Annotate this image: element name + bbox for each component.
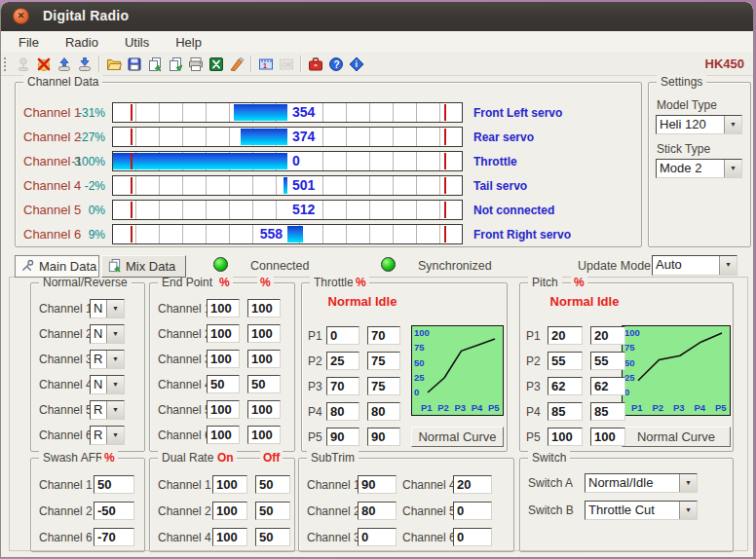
value-input[interactable]: [207, 324, 240, 343]
value-input[interactable]: [367, 377, 400, 395]
svg-text:50: 50: [624, 357, 635, 368]
value-input[interactable]: [367, 326, 400, 345]
value-input[interactable]: [207, 375, 240, 393]
disconnect-icon[interactable]: [33, 55, 54, 74]
value-input[interactable]: [453, 475, 492, 494]
menu-item-file[interactable]: File: [19, 35, 39, 50]
value-input[interactable]: [326, 377, 359, 395]
value-input[interactable]: [212, 502, 247, 520]
chevron-down-icon[interactable]: ▼: [719, 256, 737, 275]
chevron-down-icon[interactable]: ▼: [106, 401, 124, 419]
value-input[interactable]: [358, 475, 397, 494]
help-icon[interactable]: ?: [325, 55, 346, 74]
row-select[interactable]: R▼: [90, 350, 125, 369]
row-select[interactable]: N▼: [90, 324, 125, 344]
value-input[interactable]: [247, 299, 281, 317]
value-input[interactable]: [548, 377, 583, 395]
open-icon[interactable]: [103, 55, 124, 74]
value-input[interactable]: [247, 400, 281, 419]
value-input[interactable]: [207, 350, 240, 368]
value-input[interactable]: [367, 352, 400, 370]
throttle-normal-curve-button[interactable]: Normal Curve: [411, 427, 504, 447]
model-type-select[interactable]: Heli 120▼: [656, 115, 742, 134]
value-input[interactable]: [548, 352, 583, 370]
value-input[interactable]: [247, 350, 281, 368]
chevron-down-icon[interactable]: ▼: [106, 427, 124, 444]
chevron-down-icon[interactable]: ▼: [679, 474, 697, 492]
row-select[interactable]: R▼: [90, 426, 125, 445]
value-input[interactable]: [94, 528, 134, 546]
channel-gauge-fill: [241, 129, 287, 145]
import-icon[interactable]: [144, 55, 165, 74]
servo-function-label: Front Left servo: [473, 106, 562, 120]
tab-mix-data[interactable]: Mix Data: [101, 255, 186, 278]
value-input[interactable]: [358, 528, 397, 546]
stick-type-select[interactable]: Mode 2▼: [656, 159, 742, 178]
chevron-down-icon[interactable]: ▼: [724, 160, 741, 177]
value-input[interactable]: [212, 475, 247, 494]
toolbox-icon[interactable]: [305, 55, 325, 74]
row-select[interactable]: N▼: [90, 375, 125, 394]
value-input[interactable]: [548, 428, 583, 446]
value-input[interactable]: [255, 502, 290, 520]
value-input[interactable]: [590, 352, 625, 370]
value-input[interactable]: [326, 352, 359, 370]
row-select[interactable]: R▼: [90, 400, 125, 420]
value-input[interactable]: [326, 326, 359, 345]
value-input[interactable]: [207, 426, 240, 444]
save-icon[interactable]: [124, 55, 144, 74]
value-input[interactable]: [548, 326, 583, 345]
menu-item-utils[interactable]: Utils: [125, 35, 149, 50]
chevron-down-icon[interactable]: ▼: [106, 300, 124, 317]
toolbar-grip[interactable]: [3, 56, 9, 72]
about-icon[interactable]: i: [346, 55, 366, 74]
svg-text:P1: P1: [421, 402, 433, 413]
upload-icon[interactable]: [54, 55, 74, 74]
value-input[interactable]: [255, 528, 290, 546]
value-input[interactable]: [453, 528, 492, 546]
chevron-down-icon[interactable]: ▼: [106, 351, 124, 368]
value-input[interactable]: [94, 502, 134, 520]
svg-text:OK: OK: [282, 60, 293, 69]
value-input[interactable]: [247, 426, 281, 444]
value-input[interactable]: [207, 400, 240, 419]
tab-main-data[interactable]: Main Data: [15, 255, 99, 278]
value-input[interactable]: [247, 375, 281, 393]
menu-item-help[interactable]: Help: [175, 35, 202, 50]
chevron-down-icon[interactable]: ▼: [106, 325, 124, 343]
value-input[interactable]: [590, 402, 625, 421]
chevron-down-icon[interactable]: ▼: [679, 502, 697, 519]
value-input[interactable]: [326, 402, 359, 421]
value-input[interactable]: [247, 324, 281, 343]
row-select[interactable]: Normal/Idle▼: [585, 473, 698, 493]
value-input[interactable]: [358, 502, 397, 520]
print-icon[interactable]: [185, 55, 206, 74]
value-input[interactable]: [590, 326, 625, 345]
chevron-down-icon[interactable]: ▼: [106, 376, 124, 393]
value-input[interactable]: [590, 377, 625, 395]
value-input[interactable]: [367, 402, 400, 421]
value-input[interactable]: [590, 428, 625, 446]
excel-icon[interactable]: [206, 55, 226, 74]
pitch-normal-curve-button[interactable]: Normal Curve: [622, 427, 731, 447]
row-select[interactable]: N▼: [90, 299, 125, 318]
combo-value: R: [91, 427, 106, 444]
chevron-down-icon[interactable]: ▼: [724, 116, 741, 133]
export-icon[interactable]: [165, 55, 185, 74]
value-input[interactable]: [207, 299, 240, 317]
value-input[interactable]: [548, 402, 583, 421]
clean-icon[interactable]: [226, 55, 246, 74]
download-icon[interactable]: [74, 55, 94, 74]
update-mode-select[interactable]: Auto▼: [652, 255, 737, 276]
channel-value: 374: [290, 128, 317, 146]
value-input[interactable]: [367, 428, 400, 446]
value-input[interactable]: [94, 475, 134, 494]
close-button[interactable]: ✕: [13, 8, 29, 24]
value-input[interactable]: [212, 528, 247, 546]
value-input[interactable]: [453, 502, 492, 520]
ruler-icon[interactable]: 1: [255, 55, 276, 74]
row-select[interactable]: Throttle Cut▼: [585, 501, 698, 520]
value-input[interactable]: [255, 475, 290, 494]
menu-item-radio[interactable]: Radio: [65, 35, 98, 50]
value-input[interactable]: [326, 428, 359, 446]
